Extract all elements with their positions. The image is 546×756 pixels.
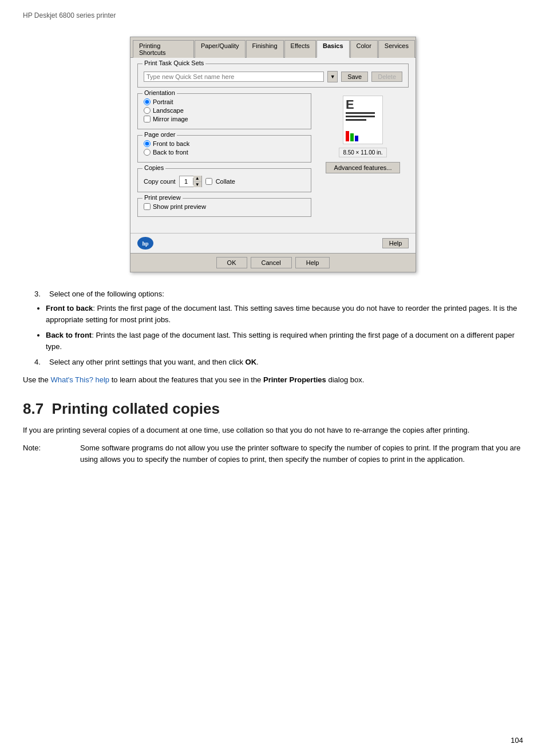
front-to-back-radio[interactable] [144,140,151,147]
whats-this-before: Use the [23,375,50,384]
page-header-title: HP Deskjet 6800 series printer [23,11,116,19]
paper-lines [346,112,380,121]
section-heading: 8.7 Printing collated copies [23,400,523,418]
hp-logo-icon: hp [137,237,153,250]
mirror-label: Mirror image [153,116,188,122]
quick-sets-row: ▼ Save Delete [144,71,402,82]
note-content: Some software programs do not allow you … [63,442,523,465]
copy-count-value: 1 [180,178,193,185]
printer-dialog: Printing Shortcuts Paper/Quality Finishi… [130,37,416,272]
back-to-front-radio[interactable] [144,149,151,156]
step3-block: 3. Select one of the following options: … [23,290,523,352]
advanced-features-button[interactable]: Advanced features... [326,162,400,173]
tab-color[interactable]: Color [350,40,378,58]
spin-down-button[interactable]: ▼ [193,182,201,188]
landscape-label: Landscape [153,107,184,114]
page-order-group: Page order Front to back Back to front [137,135,311,163]
landscape-row: Landscape [144,107,305,114]
back-to-front-desc: : Prints the last page of the document l… [46,331,515,351]
paper-preview: E [343,96,383,144]
portrait-label: Portrait [153,98,173,105]
show-preview-checkbox[interactable] [144,203,151,210]
paper-size-label: 8.50 × 11.00 in. [339,148,386,157]
section-title: Printing collated copies [52,400,220,417]
page-number: 104 [511,736,523,745]
back-to-front-label: Back to front [153,149,188,156]
paper-line-2 [346,116,375,117]
tab-bar: Printing Shortcuts Paper/Quality Finishi… [130,37,416,58]
front-to-back-row: Front to back [144,140,305,147]
right-panel: E 8.50 × 11.00 in. Advanced [317,93,409,223]
whats-this-end: dialog box. [326,375,365,384]
portrait-radio[interactable] [144,98,151,105]
back-to-front-term: Back to front [46,331,92,339]
mirror-row: Mirror image [144,116,305,122]
collate-label: Collate [216,178,235,185]
bar-green [350,133,354,141]
cancel-button[interactable]: Cancel [251,257,292,268]
note-label: Note: [23,442,57,465]
tab-basics[interactable]: Basics [316,40,349,58]
page-order-title: Page order [143,131,177,138]
tab-effects[interactable]: Effects [284,40,316,58]
dialog-footer: hp Help [130,233,416,253]
bullet-list: Front to back: Prints the first page of … [46,303,523,352]
note-box: Note: Some software programs do not allo… [23,442,523,465]
save-button[interactable]: Save [341,72,368,82]
section-intro: If you are printing several copies of a … [23,425,523,436]
whats-this-link[interactable]: What's This? help [50,375,109,384]
help-bottom-button[interactable]: Help [295,257,330,268]
paper-letter-icon: E [346,98,380,111]
quick-sets-dropdown[interactable]: ▼ [327,71,338,82]
paper-line-3 [346,119,366,121]
copy-count-box: 1 ▲ ▼ [179,176,202,187]
copies-title: Copies [143,164,165,171]
copy-count-label: Copy count [144,178,176,185]
show-preview-row: Show print preview [144,203,305,210]
quick-sets-input[interactable] [144,72,324,82]
portrait-row: Portrait [144,98,305,105]
help-button[interactable]: Help [382,238,409,248]
footer-right: Help [382,238,409,248]
dialog-content: Print Task Quick Sets ▼ Save Delete Orie… [130,58,416,233]
front-to-back-term: Front to back [46,304,93,312]
tab-services[interactable]: Services [378,40,415,58]
whats-this-after: to learn about the features that you see… [109,375,263,384]
mirror-checkbox[interactable] [144,116,151,122]
tab-printing-shortcuts[interactable]: Printing Shortcuts [133,40,194,58]
print-preview-group: Print preview Show print preview [137,198,311,217]
step3-text: Select one of the following options: [49,290,164,298]
quick-sets-title: Print Task Quick Sets [143,60,205,66]
step4-text: Select any other print settings that you… [49,358,259,366]
whats-this-para: Use the What's This? help to learn about… [23,374,523,386]
paper-bar-area [346,131,358,141]
bullet-back-to-front: Back to front: Prints the last page of t… [46,330,523,352]
print-preview-title: Print preview [143,194,183,201]
collate-checkbox[interactable] [205,178,212,185]
dialog-action-row: OK Cancel Help [130,253,416,272]
copies-group: Copies Copy count 1 ▲ ▼ Coll [137,168,311,192]
tab-paper-quality[interactable]: Paper/Quality [195,40,246,58]
show-preview-label: Show print preview [153,203,206,210]
landscape-radio[interactable] [144,107,151,114]
orientation-title: Orientation [143,89,177,96]
step4-block: 4. Select any other print settings that … [23,358,523,366]
copy-spin: ▲ ▼ [193,176,201,187]
bar-blue [355,136,358,141]
paper-line-1 [346,112,375,114]
page-header: HP Deskjet 6800 series printer [23,11,523,19]
orientation-group: Orientation Portrait Landscape Mirror im… [137,93,311,129]
delete-button[interactable]: Delete [371,72,402,82]
left-panel: Orientation Portrait Landscape Mirror im… [137,93,311,223]
main-layout: Orientation Portrait Landscape Mirror im… [137,93,409,223]
front-to-back-desc: : Prints the first page of the document … [46,304,517,324]
copies-row: Copy count 1 ▲ ▼ Collate [144,176,305,187]
printer-properties-bold: Printer Properties [263,375,326,384]
back-to-front-row: Back to front [144,149,305,156]
ok-button[interactable]: OK [216,257,247,268]
quick-sets-group: Print Task Quick Sets ▼ Save Delete [137,64,409,88]
section-number: 8.7 [23,400,43,417]
spin-up-button[interactable]: ▲ [193,176,201,182]
tab-finishing[interactable]: Finishing [246,40,284,58]
bullet-front-to-back: Front to back: Prints the first page of … [46,303,523,325]
